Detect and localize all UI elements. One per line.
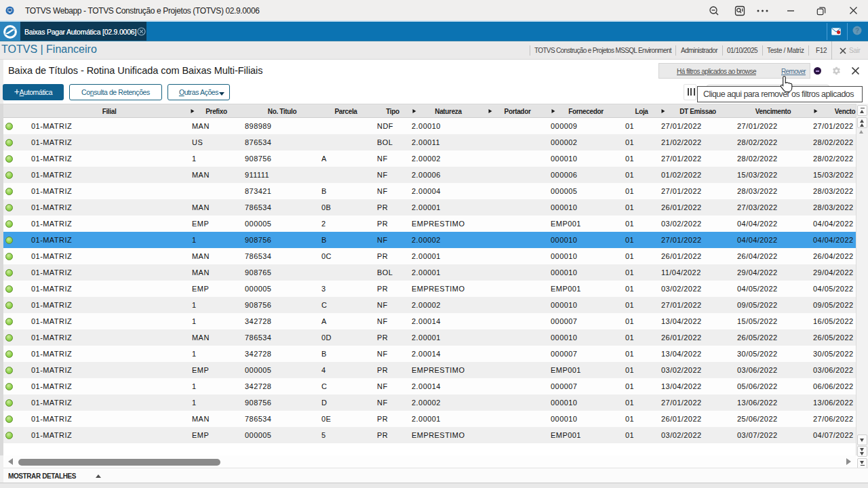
- svg-text:?: ?: [855, 27, 859, 35]
